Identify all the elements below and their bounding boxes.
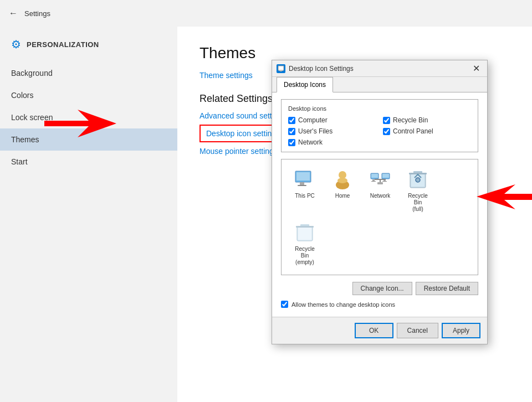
sidebar-item-background[interactable]: Background — [0, 62, 177, 84]
icon-preview: This PC Home — [281, 159, 478, 275]
icon-this-pc[interactable]: This PC — [288, 166, 321, 202]
top-bar: ← Settings — [0, 0, 532, 27]
network-label: Network — [298, 138, 323, 146]
dialog-bottom-btns: OK Cancel Apply — [272, 317, 487, 344]
checkboxes-grid: Computer Recycle Bin User's Files C — [288, 116, 471, 146]
dialog-icon — [277, 64, 285, 73]
allow-themes-checkbox[interactable] — [281, 301, 288, 308]
control-panel-label: Control Panel — [393, 127, 433, 135]
sidebar-item-label: Lock screen — [11, 113, 53, 122]
svg-rect-7 — [298, 185, 306, 186]
users-files-checkbox[interactable] — [288, 128, 295, 135]
sidebar-item-lock-screen[interactable]: Lock screen — [0, 106, 177, 128]
dialog-titlebar: Desktop Icon Settings ✕ — [272, 60, 487, 77]
dialog-group-box: Desktop icons Computer Recycle Bin Us — [281, 99, 478, 152]
svg-rect-5 — [296, 172, 310, 181]
ok-button[interactable]: OK — [355, 323, 393, 338]
checkbox-control-panel[interactable]: Control Panel — [383, 127, 471, 135]
computer-label: Computer — [298, 116, 328, 124]
svg-rect-18 — [382, 181, 387, 182]
svg-rect-1 — [278, 66, 284, 70]
checkbox-computer[interactable]: Computer — [288, 116, 376, 124]
dialog-group-title: Desktop icons — [288, 105, 471, 112]
home-label: Home — [335, 193, 350, 199]
sidebar-item-label: Start — [11, 157, 28, 166]
main-layout: ⚙ PERSONALIZATION Background Colors Lock… — [0, 27, 532, 402]
dialog-title: Desktop Icon Settings — [289, 65, 354, 73]
dialog-body: Desktop icons Computer Recycle Bin Us — [272, 92, 487, 317]
svg-rect-3 — [280, 71, 282, 71]
network-label: Network — [370, 193, 391, 199]
sidebar-item-label: Background — [11, 69, 53, 78]
svg-rect-6 — [300, 182, 304, 185]
svg-rect-20 — [380, 179, 381, 182]
sidebar-item-colors[interactable]: Colors — [0, 84, 177, 106]
content-area: Themes Theme settings Related Settings A… — [177, 27, 532, 402]
desktop-icon-dialog: Desktop Icon Settings ✕ Desktop Icons De… — [272, 60, 488, 344]
svg-rect-28 — [298, 228, 311, 240]
change-icon-button[interactable]: Change Icon... — [352, 282, 412, 295]
dialog-tab-desktop-icons[interactable]: Desktop Icons — [277, 77, 333, 92]
sidebar-item-label: Themes — [11, 135, 39, 144]
this-pc-icon — [294, 168, 316, 190]
this-pc-label: This PC — [295, 193, 315, 199]
apply-button[interactable]: Apply — [442, 323, 480, 338]
icon-recycle-full[interactable]: Recycle Bin (full) — [401, 166, 434, 215]
cancel-button[interactable]: Cancel — [397, 323, 438, 338]
gear-icon: ⚙ — [11, 38, 21, 51]
dialog-btn-row: Change Icon... Restore Default — [281, 282, 478, 295]
back-button[interactable]: ← — [9, 8, 18, 18]
icon-network[interactable]: Network — [364, 166, 397, 202]
checkbox-network[interactable]: Network — [288, 138, 376, 146]
svg-point-10 — [337, 178, 347, 183]
recycle-full-icon — [407, 168, 429, 190]
recycle-bin-checkbox[interactable] — [383, 117, 390, 124]
home-icon — [331, 168, 354, 190]
control-panel-checkbox[interactable] — [383, 128, 390, 135]
sidebar: ⚙ PERSONALIZATION Background Colors Lock… — [0, 27, 177, 402]
network-checkbox[interactable] — [288, 139, 295, 146]
network-icon — [369, 168, 391, 190]
svg-rect-30 — [296, 226, 314, 228]
icon-home[interactable]: Home — [326, 166, 359, 202]
checkbox-recycle-bin[interactable]: Recycle Bin — [383, 116, 471, 124]
users-files-label: User's Files — [298, 127, 332, 135]
recycle-empty-label: Recycle Bin (empty) — [290, 246, 319, 266]
recycle-bin-label: Recycle Bin — [393, 116, 428, 124]
dialog-tab-bar: Desktop Icons — [272, 77, 487, 92]
recycle-full-label: Recycle Bin (full) — [403, 193, 432, 213]
dialog-close-button[interactable]: ✕ — [469, 62, 483, 75]
settings-title: Settings — [24, 9, 50, 18]
restore-default-button[interactable]: Restore Default — [416, 282, 478, 295]
dialog-title-left: Desktop Icon Settings — [277, 64, 354, 73]
svg-rect-21 — [377, 182, 383, 184]
allow-themes-label: Allow themes to change desktop icons — [291, 301, 395, 308]
sidebar-item-themes[interactable]: Themes — [0, 128, 177, 151]
computer-checkbox[interactable] — [288, 117, 295, 124]
svg-rect-12 — [371, 174, 378, 178]
sidebar-header-label: PERSONALIZATION — [27, 40, 99, 49]
dialog-footer: Allow themes to change desktop icons — [281, 298, 478, 310]
svg-rect-14 — [371, 181, 376, 182]
icon-recycle-empty[interactable]: Recycle Bin (empty) — [288, 219, 321, 268]
sidebar-item-label: Colors — [11, 91, 33, 100]
sidebar-item-start[interactable]: Start — [0, 151, 177, 173]
svg-rect-16 — [382, 174, 389, 178]
recycle-empty-icon — [294, 221, 316, 244]
checkbox-users-files[interactable]: User's Files — [288, 127, 376, 135]
